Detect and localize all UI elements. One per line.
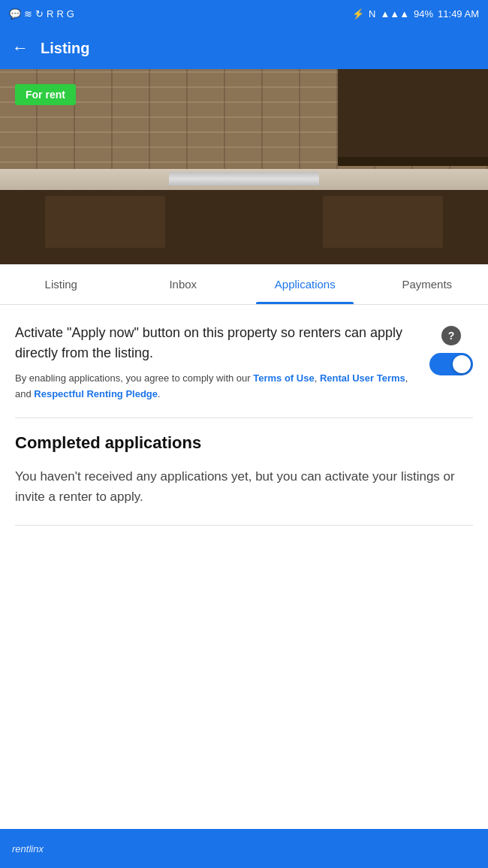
tab-bar: Listing Inbox Applications Payments bbox=[0, 264, 488, 305]
brand-label: rentlinx bbox=[12, 843, 44, 854]
apply-toggle[interactable] bbox=[429, 353, 473, 375]
apply-terms: By enabling applications, you agree to c… bbox=[15, 371, 420, 402]
clock: 11:49 AM bbox=[438, 8, 479, 20]
signal-bars: ▲▲▲ bbox=[380, 8, 409, 20]
terms-prefix: By enabling applications, you agree to c… bbox=[15, 372, 253, 384]
app-icon-g: G bbox=[67, 8, 74, 20]
toggle-knob bbox=[453, 355, 471, 373]
rental-user-terms-link[interactable]: Rental User Terms bbox=[320, 372, 405, 384]
tab-applications[interactable]: Applications bbox=[244, 264, 366, 304]
terms-of-use-link[interactable]: Terms of Use bbox=[253, 372, 314, 384]
app-bar: ← Listing bbox=[0, 27, 488, 69]
wifi-icon: ≋ bbox=[24, 8, 32, 20]
respectful-renting-link[interactable]: Respectful Renting Pledge bbox=[34, 388, 158, 399]
tab-payments[interactable]: Payments bbox=[366, 264, 489, 304]
section-divider-1 bbox=[15, 417, 473, 418]
apply-controls: ? bbox=[429, 323, 473, 375]
app-icon-r: R bbox=[47, 8, 53, 20]
cabinet-lower bbox=[0, 190, 488, 264]
app-icon-r2: R bbox=[56, 8, 63, 20]
cabinet-upper bbox=[338, 69, 488, 157]
kitchen-scene: For rent bbox=[0, 69, 488, 264]
help-icon[interactable]: ? bbox=[441, 326, 461, 345]
completed-applications-section: Completed applications You haven't recei… bbox=[15, 433, 473, 507]
property-image: For rent bbox=[0, 69, 488, 264]
completed-applications-description: You haven't received any applications ye… bbox=[15, 466, 473, 507]
shelf bbox=[338, 157, 488, 166]
back-button[interactable]: ← bbox=[12, 38, 29, 58]
terms-suffix: . bbox=[158, 388, 161, 399]
content-area: Activate "Apply now" button on this prop… bbox=[0, 305, 488, 544]
status-bar: 💬 ≋ ↻ R R G ⚡ N ▲▲▲ 94% 11:49 AM bbox=[0, 0, 488, 27]
app-bar-title: Listing bbox=[41, 40, 90, 57]
status-icons-right: ⚡ N ▲▲▲ 94% 11:49 AM bbox=[352, 8, 479, 20]
apply-now-section: Activate "Apply now" button on this prop… bbox=[15, 323, 473, 402]
for-rent-badge: For rent bbox=[15, 84, 76, 105]
tab-listing[interactable]: Listing bbox=[0, 264, 122, 304]
apply-description: Activate "Apply now" button on this prop… bbox=[15, 323, 420, 363]
section-divider-2 bbox=[15, 525, 473, 526]
completed-applications-title: Completed applications bbox=[15, 433, 473, 453]
tab-inbox[interactable]: Inbox bbox=[122, 264, 245, 304]
notification-icon: 💬 bbox=[9, 8, 21, 20]
battery-percent: 94% bbox=[414, 8, 433, 20]
status-icons-left: 💬 ≋ ↻ R R G bbox=[9, 8, 74, 20]
apply-text-block: Activate "Apply now" button on this prop… bbox=[15, 323, 420, 402]
bluetooth-icon: ⚡ bbox=[352, 8, 364, 20]
sync-icon: ↻ bbox=[35, 8, 44, 20]
nfc-icon: N bbox=[369, 8, 375, 20]
sink bbox=[169, 172, 319, 185]
terms-sep1: , bbox=[315, 372, 320, 384]
bottom-bar: rentlinx bbox=[0, 829, 488, 868]
